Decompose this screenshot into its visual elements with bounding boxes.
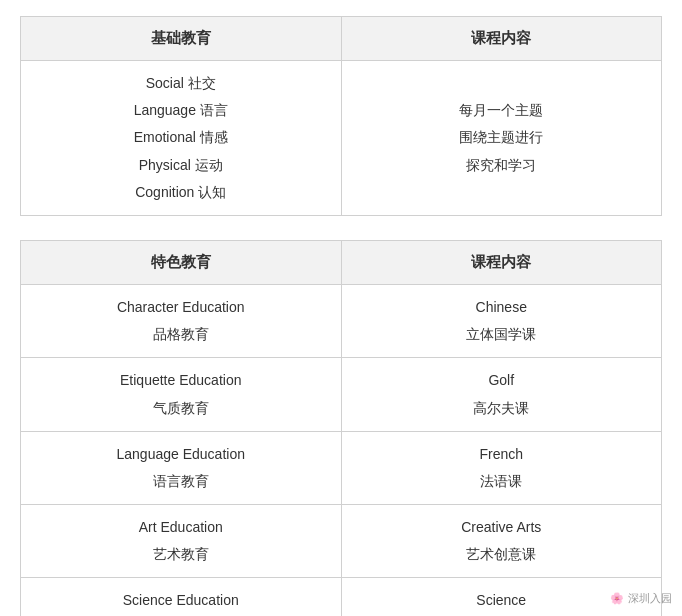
basic-right-item-3: 探究和学习 xyxy=(466,153,536,178)
special-row-2-left-en: Language Education xyxy=(117,442,245,467)
special-row-1-left-content: Etiquette Education 气质教育 xyxy=(37,368,325,420)
basic-item-2: Language 语言 xyxy=(134,98,228,123)
table2-col2-header: 课程内容 xyxy=(341,240,662,284)
special-row-0-left-en: Character Education xyxy=(117,295,245,320)
special-row-0-left-content: Character Education 品格教育 xyxy=(37,295,325,347)
special-row-1-right-content: Golf 高尔夫课 xyxy=(358,368,646,420)
basic-item-3: Emotional 情感 xyxy=(134,125,228,150)
special-row-0-right: Chinese 立体国学课 xyxy=(341,284,662,357)
watermark-icon: 🌸 xyxy=(610,592,624,605)
basic-education-right-content: 每月一个主题 围绕主题进行 探究和学习 xyxy=(358,98,646,178)
special-row-3-left: Art Education 艺术教育 xyxy=(21,505,342,578)
special-row-4-left-content: Science Education 科学教育 xyxy=(37,588,325,616)
table-row: Science Education 科学教育 Science 科学实验课 xyxy=(21,578,662,616)
special-row-2-left-content: Language Education 语言教育 xyxy=(37,442,325,494)
special-row-2-right-content: French 法语课 xyxy=(358,442,646,494)
special-row-0-left: Character Education 品格教育 xyxy=(21,284,342,357)
basic-item-4: Physical 运动 xyxy=(139,153,223,178)
special-row-0-right-content: Chinese 立体国学课 xyxy=(358,295,646,347)
page-container: 基础教育 课程内容 Social 社交 Language 语言 Emotiona… xyxy=(0,0,682,616)
special-row-3-right: Creative Arts 艺术创意课 xyxy=(341,505,662,578)
basic-item-1: Social 社交 xyxy=(146,71,216,96)
special-row-1-left: Etiquette Education 气质教育 xyxy=(21,358,342,431)
table2-col1-header: 特色教育 xyxy=(21,240,342,284)
special-row-2-right-zh: 法语课 xyxy=(480,469,522,494)
special-row-4-right-en: Science xyxy=(476,588,526,613)
table-basic-education: 基础教育 课程内容 Social 社交 Language 语言 Emotiona… xyxy=(20,16,662,216)
special-row-3-right-en: Creative Arts xyxy=(461,515,541,540)
special-row-1-left-zh: 气质教育 xyxy=(153,396,209,421)
special-row-0-right-en: Chinese xyxy=(476,295,527,320)
basic-education-left: Social 社交 Language 语言 Emotional 情感 Physi… xyxy=(21,61,342,216)
special-row-2-right: French 法语课 xyxy=(341,431,662,504)
special-row-4-left-en: Science Education xyxy=(123,588,239,613)
special-row-3-left-content: Art Education 艺术教育 xyxy=(37,515,325,567)
special-row-3-right-zh: 艺术创意课 xyxy=(466,542,536,567)
special-row-0-right-zh: 立体国学课 xyxy=(466,322,536,347)
watermark: 🌸 深圳入园 xyxy=(610,591,672,606)
special-row-1-right-en: Golf xyxy=(488,368,514,393)
table1-col1-header: 基础教育 xyxy=(21,17,342,61)
special-row-1-right-zh: 高尔夫课 xyxy=(473,396,529,421)
basic-education-right: 每月一个主题 围绕主题进行 探究和学习 xyxy=(341,61,662,216)
table-row: Language Education 语言教育 French 法语课 xyxy=(21,431,662,504)
watermark-text: 深圳入园 xyxy=(628,591,672,606)
special-row-1-left-en: Etiquette Education xyxy=(120,368,241,393)
special-row-4-left: Science Education 科学教育 xyxy=(21,578,342,616)
table-row: Social 社交 Language 语言 Emotional 情感 Physi… xyxy=(21,61,662,216)
basic-item-5: Cognition 认知 xyxy=(135,180,226,205)
basic-education-left-content: Social 社交 Language 语言 Emotional 情感 Physi… xyxy=(37,71,325,205)
basic-right-item-1: 每月一个主题 xyxy=(459,98,543,123)
special-row-4-right-content: Science 科学实验课 xyxy=(358,588,646,616)
basic-right-item-2: 围绕主题进行 xyxy=(459,125,543,150)
special-row-0-left-zh: 品格教育 xyxy=(153,322,209,347)
table-row: Etiquette Education 气质教育 Golf 高尔夫课 xyxy=(21,358,662,431)
special-row-3-right-content: Creative Arts 艺术创意课 xyxy=(358,515,646,567)
table-special-education: 特色教育 课程内容 Character Education 品格教育 Chine… xyxy=(20,240,662,616)
special-row-2-left-zh: 语言教育 xyxy=(153,469,209,494)
table-row: Art Education 艺术教育 Creative Arts 艺术创意课 xyxy=(21,505,662,578)
table1-col2-header: 课程内容 xyxy=(341,17,662,61)
special-row-1-right: Golf 高尔夫课 xyxy=(341,358,662,431)
special-row-3-left-en: Art Education xyxy=(139,515,223,540)
special-row-2-right-en: French xyxy=(479,442,523,467)
special-row-3-left-zh: 艺术教育 xyxy=(153,542,209,567)
table-row: Character Education 品格教育 Chinese 立体国学课 xyxy=(21,284,662,357)
special-row-2-left: Language Education 语言教育 xyxy=(21,431,342,504)
